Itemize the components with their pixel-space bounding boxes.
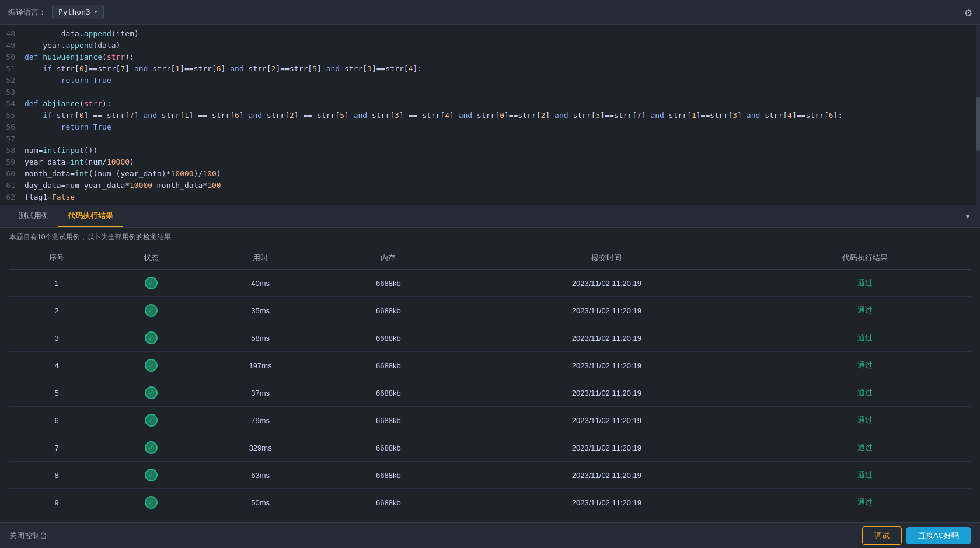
cell-time: 37ms (198, 379, 322, 407)
scroll-thumb[interactable] (976, 97, 980, 151)
table-row: 9 ✓ 50ms 6688kb 2023/11/02 11:20:19 通过 (9, 489, 971, 516)
cell-result: 通过 (759, 379, 971, 407)
footer: 关闭控制台 调试 直接AC好吗 (0, 522, 980, 548)
tab-execution-results[interactable]: 代码执行结果 (58, 206, 123, 227)
status-check-icon: ✓ (145, 414, 158, 427)
code-line-59: 59 year_data=int(num/10000) (0, 156, 980, 168)
cell-memory: 6688kb (322, 489, 454, 516)
close-console-btn[interactable]: 关闭控制台 (9, 530, 47, 541)
code-line-54: 54 def abjiance(strr): (0, 98, 980, 110)
status-check-icon: ✓ (145, 469, 158, 481)
toolbar-left: 编译语言： Python3 ▾ (8, 5, 104, 19)
table-row: 2 ✓ 35ms 6688kb 2023/11/02 11:20:19 通过 (9, 297, 971, 324)
cell-memory: 6688kb (322, 324, 454, 352)
bottom-panel: 测试用例 代码执行结果 ▾ 本题目有10个测试用例，以卜为全部用例的检测结果 序… (0, 205, 980, 522)
description-row: 本题目有10个测试用例，以卜为全部用例的检测结果 (0, 228, 980, 247)
header-row: 序号 状态 用时 内存 提交时间 代码执行结果 (9, 247, 971, 270)
cell-seq: 7 (9, 434, 104, 462)
table-row: 4 ✓ 197ms 6688kb 2023/11/02 11:20:19 通过 (9, 352, 971, 379)
table-row: 6 ✓ 79ms 6688kb 2023/11/02 11:20:19 通过 (9, 407, 971, 434)
code-line-52: 52 return True (0, 75, 980, 86)
code-line-50: 50 def huiwuenjiance(strr): (0, 51, 980, 63)
table-row: 8 ✓ 63ms 6688kb 2023/11/02 11:20:19 通过 (9, 462, 971, 489)
code-line-60: 60 month_data=int((num-(year_data)*10000… (0, 168, 980, 180)
lang-selector[interactable]: Python3 ▾ (52, 5, 104, 19)
debug-button[interactable]: 调试 (862, 526, 902, 545)
code-line-48: 48 data.append(item) (0, 28, 980, 40)
cell-status: ✓ (104, 270, 198, 297)
cell-submit-time: 2023/11/02 11:20:19 (455, 379, 759, 407)
cell-time: 58ms (198, 324, 322, 352)
code-line-58: 58 num=int(input()) (0, 145, 980, 156)
panel-collapse-icon[interactable]: ▾ (965, 211, 971, 222)
code-line-63: 63 flag2=False (0, 203, 980, 205)
cell-seq: 9 (9, 489, 104, 516)
cell-seq: 6 (9, 407, 104, 434)
col-memory: 内存 (322, 247, 454, 270)
cell-status: ✓ (104, 379, 198, 407)
cell-time: 65ms (198, 516, 322, 523)
cell-seq: 8 (9, 462, 104, 489)
cell-time: 40ms (198, 270, 322, 297)
status-check-icon: ✓ (145, 496, 158, 509)
cell-memory: 6688kb (322, 297, 454, 324)
code-line-53: 53 (0, 86, 980, 98)
lang-label: 编译语言： (8, 7, 46, 18)
code-line-61: 61 day_data=num-year_data*10000-month_da… (0, 180, 980, 191)
code-lines: 48 data.append(item) 49 year.append(data… (0, 25, 980, 205)
cell-memory: 6688kb (322, 379, 454, 407)
cell-submit-time: 2023/11/02 11:20:19 (455, 489, 759, 516)
cell-submit-time: 2023/11/02 11:20:19 (455, 516, 759, 523)
cell-result: 通过 (759, 297, 971, 324)
cell-result: 通过 (759, 434, 971, 462)
cell-seq: 3 (9, 324, 104, 352)
cell-memory: 6688kb (322, 270, 454, 297)
cell-status: ✓ (104, 324, 198, 352)
submit-button[interactable]: 直接AC好吗 (906, 527, 971, 544)
cell-submit-time: 2023/11/02 11:20:19 (455, 462, 759, 489)
code-line-57: 57 (0, 133, 980, 145)
cell-submit-time: 2023/11/02 11:20:19 (455, 324, 759, 352)
settings-icon[interactable]: ⚙ (965, 5, 972, 19)
col-seq: 序号 (9, 247, 104, 270)
cell-seq: 5 (9, 379, 104, 407)
table-row: 3 ✓ 58ms 6688kb 2023/11/02 11:20:19 通过 (9, 324, 971, 352)
cell-submit-time: 2023/11/02 11:20:19 (455, 352, 759, 379)
cell-memory: 6688kb (322, 407, 454, 434)
cell-memory: 6688kb (322, 516, 454, 523)
status-check-icon: ✓ (145, 386, 158, 399)
table-row: 5 ✓ 37ms 6688kb 2023/11/02 11:20:19 通过 (9, 379, 971, 407)
cell-submit-time: 2023/11/02 11:20:19 (455, 297, 759, 324)
cell-status: ✓ (104, 297, 198, 324)
cell-memory: 6688kb (322, 434, 454, 462)
status-check-icon: ✓ (145, 359, 158, 372)
cell-seq: 2 (9, 297, 104, 324)
cell-memory: 6688kb (322, 462, 454, 489)
cell-status: ✓ (104, 516, 198, 523)
cell-seq: 10 (9, 516, 104, 523)
code-line-62: 62 flag1=False (0, 191, 980, 203)
scrollbar[interactable] (976, 25, 980, 205)
code-line-51: 51 if strr[0]==strr[7] and strr[1]==strr… (0, 63, 980, 75)
status-check-icon: ✓ (145, 304, 158, 317)
cell-status: ✓ (104, 489, 198, 516)
cell-seq: 4 (9, 352, 104, 379)
footer-actions: 调试 直接AC好吗 (862, 526, 971, 545)
cell-status: ✓ (104, 407, 198, 434)
cell-time: 63ms (198, 462, 322, 489)
cell-time: 79ms (198, 407, 322, 434)
cell-time: 329ms (198, 434, 322, 462)
col-time: 用时 (198, 247, 322, 270)
cell-result: 通过 (759, 516, 971, 523)
col-submit-time: 提交时间 (455, 247, 759, 270)
toolbar: 编译语言： Python3 ▾ ⚙ (0, 0, 980, 25)
cell-result: 通过 (759, 462, 971, 489)
table-row: 1 ✓ 40ms 6688kb 2023/11/02 11:20:19 通过 (9, 270, 971, 297)
cell-seq: 1 (9, 270, 104, 297)
results-table: 序号 状态 用时 内存 提交时间 代码执行结果 1 ✓ 40ms 6688kb … (9, 247, 971, 522)
code-editor: 48 data.append(item) 49 year.append(data… (0, 25, 980, 205)
cell-result: 通过 (759, 324, 971, 352)
table-header: 序号 状态 用时 内存 提交时间 代码执行结果 (9, 247, 971, 270)
table-row: 7 ✓ 329ms 6688kb 2023/11/02 11:20:19 通过 (9, 434, 971, 462)
tab-test-cases[interactable]: 测试用例 (9, 206, 58, 227)
